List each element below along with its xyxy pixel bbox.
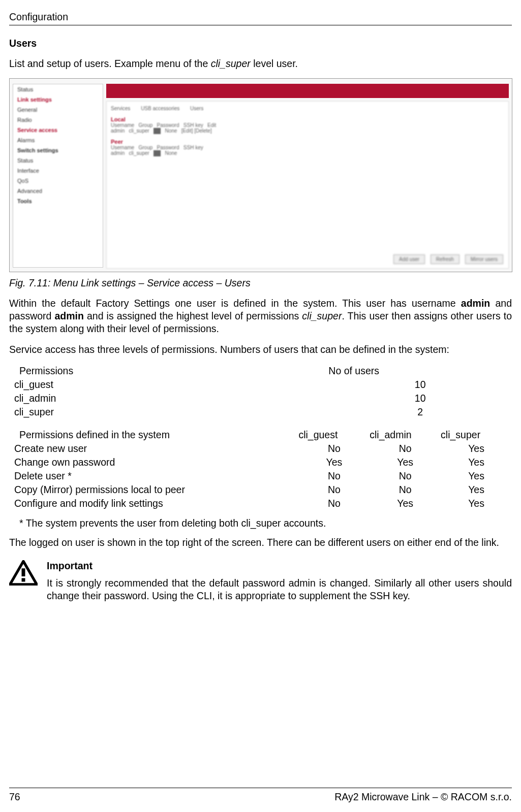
table-row: Delete user * No No Yes [14,469,512,483]
td-g: No [298,469,370,483]
td-a: No [370,483,441,497]
td-perm: cli_admin [14,392,328,405]
paragraph-1: Within the default Factory Settings one … [9,297,512,335]
td-s: Yes [441,469,512,483]
shot-menu-item: Status [13,155,103,166]
th-permissions: Permissions [14,364,328,378]
shot-tab: Users [190,106,203,111]
td-label: Configure and modify link settings [14,497,298,510]
th-cli-admin: cli_admin [370,428,441,442]
td-s: Yes [441,497,512,510]
table-footnote: * The system prevents the user from dele… [19,517,512,529]
td-s: Yes [441,456,512,469]
shot-tab: USB accessories [141,106,179,111]
table-header-row: Permissions No of users [14,364,512,378]
section-title: Users [9,38,512,49]
shot-menu-item: Interface [13,166,103,176]
td-perm: cli_super [14,405,328,419]
intro-em: cli_super [211,58,251,69]
th-no-of-users: No of users [328,364,512,378]
td-label: Create new user [14,442,298,456]
td-a: No [370,442,441,456]
td-num: 10 [328,392,512,405]
td-perm: cli_guest [14,378,328,392]
td-g: No [298,483,370,497]
table-row: cli_guest 10 [14,378,512,392]
td-label: Copy (Mirror) permissions local to peer [14,483,298,497]
shot-menu-item: Tools [13,196,103,206]
td-label: Change own password [14,456,298,469]
shot-menu-item: General [13,105,103,115]
td-g: No [298,497,370,510]
shot-button: Mirror users [465,254,503,264]
shot-group-title: Local [111,116,504,122]
intro-text-b: level user. [251,58,298,69]
p1-d: admin [55,310,84,321]
td-g: No [298,442,370,456]
shot-menu-item: Alarms [13,135,103,145]
intro-text-a: List and setup of users. Example menu of… [9,58,211,69]
td-num: 2 [328,405,512,419]
shot-button: Add user [393,254,425,264]
table-row: cli_admin 10 [14,392,512,405]
th-cli-guest: cli_guest [298,428,370,442]
shot-menu-item: Switch settings [13,145,103,155]
shot-menu-item: Link settings [13,94,103,105]
permissions-count-table: Permissions No of users cli_guest 10 cli… [14,364,512,419]
important-block: Important It is strongly recommended tha… [9,560,512,602]
table-row: Change own password Yes Yes Yes [14,456,512,469]
header-rule [9,25,512,25]
permissions-matrix-table: Permissions defined in the system cli_gu… [14,428,512,510]
th-perm-defined: Permissions defined in the system [14,428,298,442]
svg-rect-1 [22,578,25,581]
td-num: 10 [328,378,512,392]
shot-content: Services USB accessories Users Local Use… [106,101,509,269]
table-row: Create new user No No Yes [14,442,512,456]
td-a: Yes [370,456,441,469]
p1-a: Within the default Factory Settings one … [9,298,461,309]
th-cli-super: cli_super [441,428,512,442]
figure-screenshot: Status Link settings General Radio Servi… [9,78,512,272]
page-footer: 76 RAy2 Microwave Link – © RACOM s.r.o. [9,788,512,803]
shot-topbar [106,84,509,98]
td-a: No [370,469,441,483]
warning-icon [9,560,38,586]
shot-button: Refresh [431,254,459,264]
shot-group-title: Peer [111,139,504,145]
shot-menu-item: Radio [13,115,103,125]
shot-menu-item: QoS [13,176,103,186]
td-g: Yes [298,456,370,469]
table-row: cli_super 2 [14,405,512,419]
page-number: 76 [9,791,20,803]
important-title: Important [47,560,512,572]
p1-em: cli_super [302,310,342,321]
table-row: Copy (Mirror) permissions local to peer … [14,483,512,497]
shot-sidebar: Status Link settings General Radio Servi… [13,84,103,268]
td-label: Delete user * [14,469,298,483]
paragraph-3: The logged on user is shown in the top r… [9,536,512,549]
shot-menu-item: Advanced [13,186,103,196]
figure-caption: Fig. 7.11: Menu Link settings – Service … [9,277,512,289]
intro-paragraph: List and setup of users. Example menu of… [9,57,512,70]
p1-b: admin [461,298,490,309]
svg-rect-0 [22,568,25,576]
paragraph-2: Service access has three levels of permi… [9,343,512,356]
running-header: Configuration [9,11,512,23]
shot-menu-item: Service access [13,125,103,135]
p1-e: and is assigned the highest level of per… [84,310,302,321]
footer-right: RAy2 Microwave Link – © RACOM s.r.o. [334,791,512,803]
shot-menu-item: Status [13,84,103,94]
table-header-row: Permissions defined in the system cli_gu… [14,428,512,442]
td-s: Yes [441,442,512,456]
td-s: Yes [441,483,512,497]
shot-tab: Services [111,106,130,111]
important-body: It is strongly recommended that the defa… [47,577,512,602]
table-row: Configure and modify link settings No Ye… [14,497,512,510]
td-a: Yes [370,497,441,510]
